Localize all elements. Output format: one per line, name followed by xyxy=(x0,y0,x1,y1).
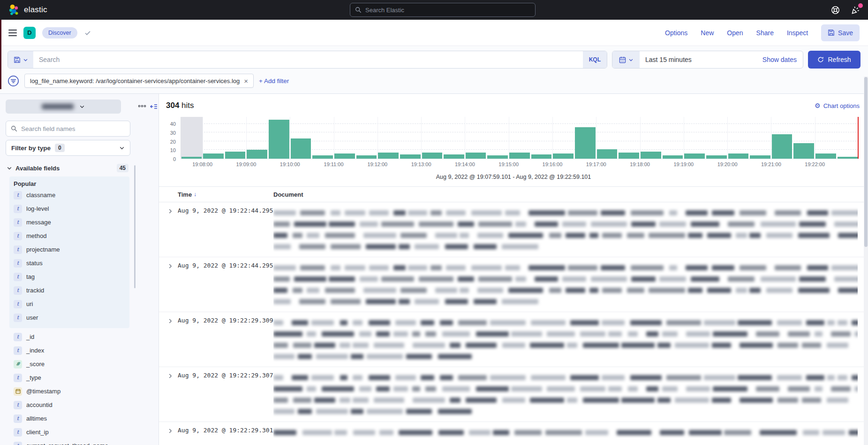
field-item-message[interactable]: tmessage xyxy=(14,215,129,229)
histogram-bar[interactable] xyxy=(487,155,508,159)
date-picker-menu-button[interactable] xyxy=(612,51,640,68)
global-search-input[interactable] xyxy=(365,7,530,14)
histogram-bar[interactable] xyxy=(553,153,574,159)
x-tick-label: 19:12:00 xyxy=(367,161,387,167)
field-item-accountid[interactable]: taccountid xyxy=(14,398,130,412)
histogram-bar[interactable] xyxy=(334,153,355,159)
refresh-button[interactable]: Refresh xyxy=(808,51,860,69)
expand-row-icon[interactable] xyxy=(159,317,178,367)
histogram-bar[interactable] xyxy=(225,152,246,159)
field-item-current_request_thread_name[interactable]: tcurrent_request_thread_name xyxy=(14,439,130,445)
filter-menu-icon[interactable] xyxy=(8,75,19,87)
show-dates-link[interactable]: Show dates xyxy=(762,51,803,68)
available-fields-header[interactable]: Available fields 45 xyxy=(7,164,130,172)
chart-options-link[interactable]: ⚙ Chart options xyxy=(815,102,860,109)
saved-query-menu-button[interactable] xyxy=(8,51,33,68)
scrollbar-thumb[interactable] xyxy=(864,77,868,247)
histogram-bar[interactable] xyxy=(247,150,267,159)
expand-row-icon[interactable] xyxy=(159,262,178,312)
sidebar-scrollbar[interactable] xyxy=(134,165,136,288)
appbar-action-new[interactable]: New xyxy=(701,29,714,37)
appbar-action-open[interactable]: Open xyxy=(727,29,743,37)
field-search-input[interactable] xyxy=(21,125,125,132)
histogram-bar[interactable] xyxy=(269,120,289,159)
field-item-client_ip[interactable]: tclient_ip xyxy=(14,425,130,439)
histogram-bar[interactable] xyxy=(531,154,552,159)
gear-icon: ⚙ xyxy=(815,102,821,109)
field-item-user[interactable]: tuser xyxy=(14,311,129,324)
field-item-_score[interactable]: #_score xyxy=(14,357,130,371)
expand-row-icon[interactable] xyxy=(159,372,178,422)
field-item-trackid[interactable]: ttrackid xyxy=(14,284,129,297)
x-axis: 19:08:0019:09:0019:10:0019:11:0019:12:00… xyxy=(181,161,859,168)
field-item-@timestamp[interactable]: @timestamp xyxy=(14,384,130,398)
filter-pill[interactable]: log_file_name.keyword: /var/log/containe… xyxy=(24,74,254,88)
menu-hamburger-icon[interactable] xyxy=(8,30,17,36)
appbar-action-options[interactable]: Options xyxy=(665,29,687,37)
breadcrumb-discover[interactable]: Discover xyxy=(42,27,77,38)
histogram-bar[interactable] xyxy=(750,155,770,159)
histogram-bar[interactable] xyxy=(400,154,421,159)
histogram-bar[interactable] xyxy=(312,155,333,159)
histogram-bar[interactable] xyxy=(684,153,705,159)
histogram-bar[interactable] xyxy=(291,138,311,159)
histogram-bar[interactable] xyxy=(466,153,486,159)
save-button[interactable]: Save xyxy=(821,24,860,41)
histogram-bar[interactable] xyxy=(597,149,618,159)
field-item-tag[interactable]: ttag xyxy=(14,270,129,284)
field-item-status[interactable]: tstatus xyxy=(14,256,129,270)
y-tick-label: 30 xyxy=(170,130,176,136)
histogram-bar[interactable] xyxy=(619,153,639,159)
histogram-bar[interactable] xyxy=(181,157,202,159)
query-search-input[interactable] xyxy=(33,51,583,68)
appbar-action-share[interactable]: Share xyxy=(756,29,774,37)
field-options-icon[interactable] xyxy=(138,103,146,107)
filter-by-type-button[interactable]: Filter by type 0 xyxy=(6,140,130,156)
kql-language-button[interactable]: KQL xyxy=(583,51,607,68)
global-search[interactable] xyxy=(350,3,536,17)
collapse-sidebar-icon[interactable] xyxy=(150,103,158,110)
field-item-projectname[interactable]: tprojectname xyxy=(14,243,129,256)
time-range-value[interactable]: Last 15 minutes xyxy=(640,51,762,68)
field-item-alltimes[interactable]: talltimes xyxy=(14,412,130,425)
histogram-bar[interactable] xyxy=(663,155,683,159)
histogram-bar[interactable] xyxy=(641,152,661,159)
elastic-logo[interactable]: elastic xyxy=(8,4,47,16)
help-icon[interactable] xyxy=(831,6,840,15)
histogram-bar[interactable] xyxy=(772,134,793,159)
field-item-uri[interactable]: turi xyxy=(14,297,129,311)
histogram-bar[interactable] xyxy=(706,155,727,159)
data-view-selector[interactable] xyxy=(6,100,121,114)
window-scrollbar[interactable] xyxy=(864,77,868,445)
histogram-bar[interactable] xyxy=(378,153,399,159)
histogram-bar[interactable] xyxy=(728,153,749,159)
field-item-classname[interactable]: tclassname xyxy=(14,188,129,202)
field-name: uri xyxy=(26,300,33,307)
histogram-bar[interactable] xyxy=(356,155,377,159)
remove-filter-icon[interactable]: × xyxy=(244,77,248,85)
field-item-_id[interactable]: t_id xyxy=(14,330,130,344)
histogram-bar[interactable] xyxy=(444,154,464,159)
field-item-_type[interactable]: t_type xyxy=(14,371,130,384)
histogram-bar[interactable] xyxy=(793,143,814,159)
histogram-bar[interactable] xyxy=(575,127,596,159)
time-column-header[interactable]: Time ↓ xyxy=(178,191,273,198)
histogram-bar[interactable] xyxy=(203,153,224,159)
space-badge[interactable]: D xyxy=(23,27,36,39)
field-item-_index[interactable]: t_index xyxy=(14,344,130,357)
expand-row-icon[interactable] xyxy=(159,207,178,257)
field-type-string-icon: t xyxy=(14,259,22,268)
app-bar: D Discover OptionsNewOpenShareInspect Sa… xyxy=(0,20,868,46)
histogram-bar[interactable] xyxy=(509,153,530,159)
histogram-bar[interactable] xyxy=(422,153,443,159)
histogram-bar[interactable] xyxy=(838,157,858,159)
news-feed-icon[interactable] xyxy=(851,5,860,15)
field-item-method[interactable]: tmethod xyxy=(14,229,129,243)
sort-descending-icon[interactable]: ↓ xyxy=(194,191,196,198)
appbar-action-inspect[interactable]: Inspect xyxy=(787,29,808,37)
plot-area[interactable] xyxy=(181,117,859,159)
expand-row-icon[interactable] xyxy=(159,427,178,445)
add-filter-link[interactable]: + Add filter xyxy=(259,77,289,84)
histogram-bar[interactable] xyxy=(815,153,836,159)
field-item-log-level[interactable]: tlog-level xyxy=(14,202,129,215)
